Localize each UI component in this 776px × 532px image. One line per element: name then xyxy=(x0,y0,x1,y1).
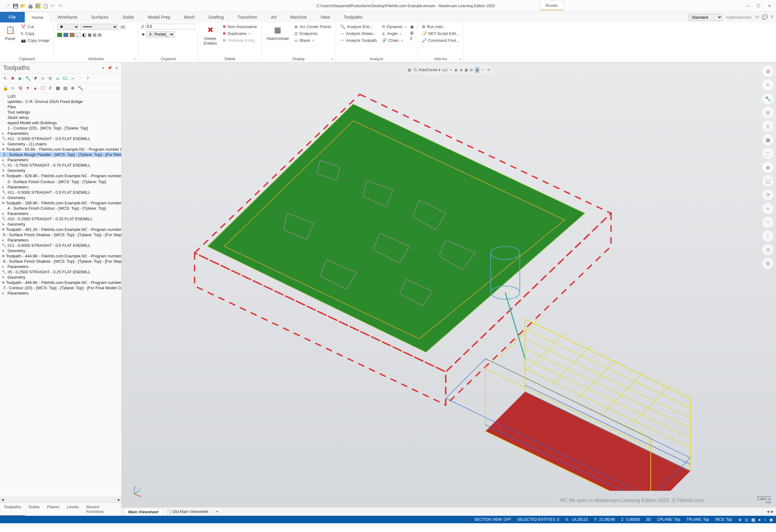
tree-row[interactable]: ↳ Geometry xyxy=(0,222,122,227)
tree-row[interactable]: ↳ Geometry - (1) chains xyxy=(0,142,122,147)
router-tab[interactable]: Router xyxy=(540,0,564,10)
tree-row[interactable]: ↳ Geometry xyxy=(0,248,122,253)
undo-icon[interactable]: ↶ xyxy=(50,3,55,9)
tree-row[interactable]: ≡ Parameters xyxy=(0,211,122,216)
side-tab-planes[interactable]: Planes xyxy=(43,503,63,516)
tree-row[interactable]: 🔧 #5 - 0.2500 STRAIGHT - 0.25 FLAT ENDMI… xyxy=(0,269,122,275)
tree-row[interactable]: LUD xyxy=(0,93,122,99)
deselect-icon[interactable]: ✖ xyxy=(10,75,16,81)
layers2-icon[interactable]: ≣ xyxy=(762,244,774,255)
open-folder-icon[interactable]: 📂 xyxy=(20,3,26,9)
wrench-icon[interactable]: 🔧 xyxy=(762,93,774,104)
close-panel-icon[interactable]: ✕ xyxy=(115,66,118,70)
tree-row[interactable]: ≋ Toolpath - 448.6K - FileInfo.com Examp… xyxy=(0,280,122,285)
box-icon[interactable]: ▣ xyxy=(762,134,774,146)
tree-row[interactable]: 2 - Surface Rough Parallel - [WCS: Top] … xyxy=(0,152,122,157)
rotate-icon[interactable]: ⟳ xyxy=(762,189,774,200)
tab-surfaces[interactable]: Surfaces xyxy=(84,12,115,22)
status-wcs[interactable]: WCS: Top xyxy=(715,517,732,522)
tree-row[interactable]: Stock setup xyxy=(0,115,122,120)
tree-scrollbar[interactable]: ◀ ▶ xyxy=(0,497,122,502)
tree-row[interactable]: ≋ Toolpath - 444.9K - FileInfo.com Examp… xyxy=(0,253,122,259)
vt-icon2[interactable]: ◈ xyxy=(460,68,462,72)
tab-file[interactable]: File xyxy=(0,12,25,22)
tree-row[interactable]: 🔧 #11 - 0.5000 STRAIGHT - 0.5 FLAT ENDMI… xyxy=(0,190,122,195)
vt-icon5[interactable]: ◆ xyxy=(475,67,479,73)
material-icon[interactable]: ◐ xyxy=(82,32,86,38)
tree-row[interactable]: Tool settings xyxy=(0,109,122,115)
tree-row[interactable]: ≡ Parameters xyxy=(0,237,122,243)
undelete-button[interactable]: ✖Undelete Entity xyxy=(221,37,258,43)
analyze-distance-button[interactable]: ↔Analyze Distan... xyxy=(339,31,378,36)
chat-icon[interactable]: 💬 xyxy=(762,14,768,20)
viewsheet-add[interactable]: + xyxy=(212,508,222,515)
vt-icon4[interactable]: ⊞ xyxy=(470,68,473,72)
tree-row[interactable]: ≡ Parameters xyxy=(0,290,122,296)
clear-color[interactable] xyxy=(76,33,81,37)
status-grid-icon[interactable]: ▦ xyxy=(751,517,755,522)
help-icon[interactable]: ? xyxy=(85,75,90,81)
lock-icon[interactable]: 🔒 xyxy=(2,85,8,91)
scroll-left-icon[interactable]: ◀ xyxy=(1,498,4,502)
analyze-entity-button[interactable]: 🔍Analyze Enti... xyxy=(339,24,378,30)
scroll-right-icon[interactable]: ▶ xyxy=(118,498,120,502)
tab-view[interactable]: View xyxy=(314,12,337,22)
viewsheet-old[interactable]: 📑 Old Main Viewsheet xyxy=(163,508,212,515)
gear2-icon[interactable]: ⚙ xyxy=(762,258,774,269)
vs-prev-icon[interactable]: ◀ xyxy=(767,510,769,514)
vt-pointer-icon[interactable]: ↖ xyxy=(450,68,453,72)
status-tplane[interactable]: TPLANE: Top xyxy=(687,517,709,522)
non-associative-button[interactable]: ✖Non-Associative xyxy=(221,24,258,30)
toolpaths-tree[interactable]: LUDoperties - C.R. Onsrud OSAI Fixed Bri… xyxy=(0,93,122,497)
status-target-icon[interactable]: ◎ xyxy=(745,517,748,522)
redo-icon[interactable]: ↷ xyxy=(57,3,63,9)
hide-unhide-button[interactable]: ▦ Hide/Unhide xyxy=(265,24,291,42)
wave2-icon[interactable]: ≋ xyxy=(10,85,16,91)
status-dot-icon[interactable]: ◉ xyxy=(769,517,773,522)
tab-modelprep[interactable]: Model Prep xyxy=(141,12,177,22)
tree-row[interactable]: 1 - Contour (2D) - [WCS: Top] - [Tplane:… xyxy=(0,125,122,131)
tree-row[interactable]: ≋ Toolpath - 186.8K - FileInfo.com Examp… xyxy=(0,200,122,206)
up-arrow-icon[interactable]: ▲ xyxy=(32,85,38,91)
z-input[interactable] xyxy=(145,24,195,29)
tree-row[interactable]: 🔧 #1 - 0.7500 STRAIGHT - 0.75 FLAT ENDMI… xyxy=(0,163,122,168)
zoom-icon[interactable]: ⊕ xyxy=(70,85,75,91)
status-sphere-icon[interactable]: ● xyxy=(758,517,761,522)
select-icon[interactable]: ↖ xyxy=(2,75,8,81)
angle-button[interactable]: ∠Angle xyxy=(381,31,408,36)
tab-home[interactable]: Home xyxy=(25,12,50,22)
analyze-extra-icon1[interactable]: ◈ xyxy=(410,24,414,30)
save-icon[interactable]: 💾 xyxy=(12,3,18,9)
copy-icon[interactable]: 📋 xyxy=(42,3,48,9)
print-icon[interactable]: 🖨️ xyxy=(27,3,33,9)
tab-solids[interactable]: Solids xyxy=(116,12,141,22)
dialog-launcher-icon[interactable]: ⤢ xyxy=(331,57,334,61)
wave-icon[interactable]: ≋ xyxy=(40,75,45,81)
close-icon[interactable]: ✕ xyxy=(768,4,771,8)
minimize-icon[interactable]: — xyxy=(746,4,750,8)
vt-icon7[interactable]: ⟲ xyxy=(487,68,490,72)
target-icon[interactable]: ◎ xyxy=(762,107,774,118)
attr-icon1[interactable]: ▦ xyxy=(88,32,91,37)
tab-transform[interactable]: Transform xyxy=(231,12,264,22)
vt-icon6[interactable]: ↔ xyxy=(481,68,485,72)
tree-row[interactable]: 3 - Surface Finish Contour - [WCS: Top] … xyxy=(0,179,122,185)
box-icon[interactable]: ☐ xyxy=(40,85,45,91)
tree-row[interactable]: ↳ Geometry xyxy=(0,168,122,173)
tree-row[interactable]: ≡ Parameters xyxy=(0,264,122,269)
ghost-icon[interactable]: 👻 xyxy=(17,85,23,91)
tree-row[interactable]: Files xyxy=(0,104,122,109)
highlight-icon[interactable]: ⟋ xyxy=(77,75,83,81)
status-globe-icon[interactable]: ⊕ xyxy=(738,517,742,522)
copyimage-button[interactable]: 📷Copy Image xyxy=(20,37,50,43)
tree-row[interactable]: 6 - Surface Finish Shallow - [WCS: Top] … xyxy=(0,259,122,264)
tree-row[interactable]: ≡ Parameters xyxy=(0,131,122,136)
tree-row[interactable]: ≋ Toolpath - 461.2K - FileInfo.com Examp… xyxy=(0,227,122,232)
point-style-select[interactable]: ✱ xyxy=(57,24,79,30)
angle-tool-icon[interactable]: ⌐ xyxy=(70,75,75,81)
vt-xyz-icon[interactable]: xyz xyxy=(442,68,448,72)
diamond-icon[interactable]: ◈ xyxy=(762,162,774,173)
viewport[interactable]: ▦ 📎 AutoCursor ▾ xyz ↖ ◐ ◈ ▣ ⊞ ◆ ↔ ⟲ ⊘ +… xyxy=(122,62,776,516)
center-icon[interactable]: ⇵ xyxy=(47,85,53,91)
autocursor-button[interactable]: 📎 AutoCursor ▾ xyxy=(413,68,440,72)
